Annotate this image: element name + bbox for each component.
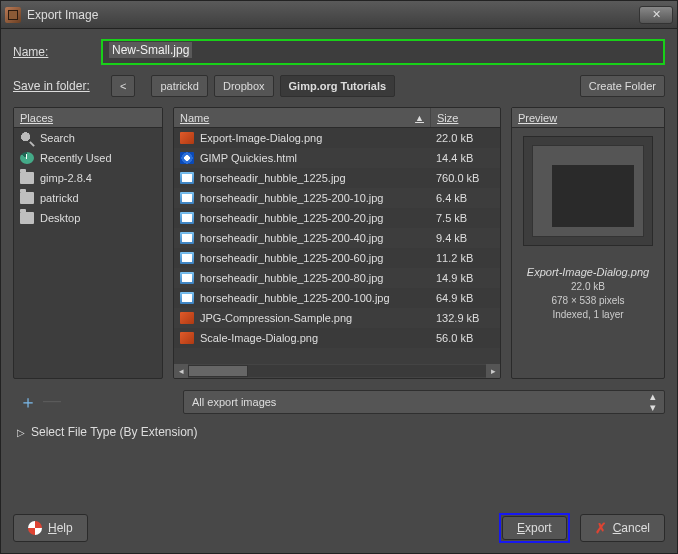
file-size: 14.4 kB bbox=[430, 152, 500, 164]
places-header: Places bbox=[14, 108, 162, 128]
places-item[interactable]: Search bbox=[14, 128, 162, 148]
file-row[interactable]: horseheadir_hubble_1225-200-100.jpg64.9 … bbox=[174, 288, 500, 308]
png-file-icon bbox=[180, 332, 194, 344]
remove-bookmark-icon: — bbox=[43, 390, 61, 414]
places-item-label: patrickd bbox=[40, 192, 79, 204]
file-row[interactable]: horseheadir_hubble_1225-200-20.jpg7.5 kB bbox=[174, 208, 500, 228]
file-size: 64.9 kB bbox=[430, 292, 500, 304]
column-header-name[interactable]: Name▲ bbox=[174, 108, 430, 127]
recent-icon bbox=[20, 152, 34, 164]
preview-thumbnail bbox=[523, 136, 653, 246]
filename-input[interactable]: New-Small.jpg bbox=[101, 39, 665, 65]
column-header-size[interactable]: Size bbox=[430, 108, 500, 127]
file-name: Scale-Image-Dialog.png bbox=[200, 332, 318, 344]
jpg-file-icon bbox=[180, 212, 194, 224]
file-size: 6.4 kB bbox=[430, 192, 500, 204]
breadcrumb-dropbox[interactable]: Dropbox bbox=[214, 75, 274, 97]
places-item-label: Desktop bbox=[40, 212, 80, 224]
file-name: JPG-Compression-Sample.png bbox=[200, 312, 352, 324]
file-name: horseheadir_hubble_1225-200-100.jpg bbox=[200, 292, 390, 304]
file-row[interactable]: Scale-Image-Dialog.png56.0 kB bbox=[174, 328, 500, 348]
create-folder-button[interactable]: Create Folder bbox=[580, 75, 665, 97]
scroll-right-icon[interactable]: ▸ bbox=[486, 364, 500, 378]
file-row[interactable]: horseheadir_hubble_1225-200-80.jpg14.9 k… bbox=[174, 268, 500, 288]
file-row[interactable]: horseheadir_hubble_1225-200-10.jpg6.4 kB bbox=[174, 188, 500, 208]
places-item-label: Recently Used bbox=[40, 152, 112, 164]
file-list-panel: Name▲ Size Export-Image-Dialog.png22.0 k… bbox=[173, 107, 501, 379]
name-label: Name: bbox=[13, 45, 91, 59]
file-size: 760.0 kB bbox=[430, 172, 500, 184]
file-size: 11.2 kB bbox=[430, 252, 500, 264]
scroll-left-icon[interactable]: ◂ bbox=[174, 364, 188, 378]
file-row[interactable]: horseheadir_hubble_1225.jpg760.0 kB bbox=[174, 168, 500, 188]
file-name: horseheadir_hubble_1225-200-60.jpg bbox=[200, 252, 383, 264]
file-name: Export-Image-Dialog.png bbox=[200, 132, 322, 144]
file-row[interactable]: GIMP Quickies.html14.4 kB bbox=[174, 148, 500, 168]
file-size: 9.4 kB bbox=[430, 232, 500, 244]
preview-panel: Preview Export-Image-Dialog.png 22.0 kB … bbox=[511, 107, 665, 379]
titlebar[interactable]: Export Image ✕ bbox=[1, 1, 677, 29]
help-icon bbox=[28, 521, 42, 535]
cancel-button[interactable]: ✗ Cancel bbox=[580, 514, 665, 542]
chevron-updown-icon: ▴▾ bbox=[650, 391, 656, 413]
search-icon bbox=[20, 132, 34, 144]
file-row[interactable]: horseheadir_hubble_1225-200-60.jpg11.2 k… bbox=[174, 248, 500, 268]
filename-value: New-Small.jpg bbox=[109, 42, 192, 58]
preview-filename: Export-Image-Dialog.png bbox=[527, 266, 649, 278]
places-item-label: Search bbox=[40, 132, 75, 144]
select-file-type-expander[interactable]: ▷ Select File Type (By Extension) bbox=[13, 425, 665, 439]
jpg-file-icon bbox=[180, 172, 194, 184]
folder-icon bbox=[20, 172, 34, 184]
file-name: horseheadir_hubble_1225-200-40.jpg bbox=[200, 232, 383, 244]
file-filter-select[interactable]: All export images ▴▾ bbox=[183, 390, 665, 414]
file-name: horseheadir_hubble_1225-200-20.jpg bbox=[200, 212, 383, 224]
file-name: horseheadir_hubble_1225-200-80.jpg bbox=[200, 272, 383, 284]
save-in-folder-label: Save in folder: bbox=[13, 79, 105, 93]
horizontal-scrollbar[interactable]: ◂ ▸ bbox=[174, 364, 500, 378]
gimp-icon bbox=[5, 7, 21, 23]
png-file-icon bbox=[180, 132, 194, 144]
file-size: 7.5 kB bbox=[430, 212, 500, 224]
expander-icon: ▷ bbox=[17, 427, 25, 438]
file-name: GIMP Quickies.html bbox=[200, 152, 297, 164]
places-item-label: gimp-2.8.4 bbox=[40, 172, 92, 184]
folder-icon bbox=[20, 192, 34, 204]
jpg-file-icon bbox=[180, 252, 194, 264]
places-item[interactable]: Recently Used bbox=[14, 148, 162, 168]
cancel-icon: ✗ bbox=[595, 520, 607, 536]
file-size: 132.9 kB bbox=[430, 312, 500, 324]
preview-size: 22.0 kB bbox=[551, 280, 624, 294]
file-row[interactable]: Export-Image-Dialog.png22.0 kB bbox=[174, 128, 500, 148]
folder-icon bbox=[20, 212, 34, 224]
file-row[interactable]: JPG-Compression-Sample.png132.9 kB bbox=[174, 308, 500, 328]
export-image-dialog: Export Image ✕ Name: New-Small.jpg Save … bbox=[0, 0, 678, 554]
preview-header: Preview bbox=[512, 108, 664, 128]
preview-dims: 678 × 538 pixels bbox=[551, 294, 624, 308]
places-item[interactable]: Desktop bbox=[14, 208, 162, 228]
scrollbar-thumb[interactable] bbox=[188, 365, 248, 377]
file-size: 14.9 kB bbox=[430, 272, 500, 284]
jpg-file-icon bbox=[180, 232, 194, 244]
export-button[interactable]: Export bbox=[502, 516, 567, 540]
file-size: 56.0 kB bbox=[430, 332, 500, 344]
places-item[interactable]: patrickd bbox=[14, 188, 162, 208]
places-panel: Places SearchRecently Usedgimp-2.8.4patr… bbox=[13, 107, 163, 379]
png-file-icon bbox=[180, 312, 194, 324]
file-size: 22.0 kB bbox=[430, 132, 500, 144]
breadcrumb-patrickd[interactable]: patrickd bbox=[151, 75, 208, 97]
file-name: horseheadir_hubble_1225.jpg bbox=[200, 172, 346, 184]
breadcrumb-back[interactable]: < bbox=[111, 75, 135, 97]
help-button[interactable]: Help bbox=[13, 514, 88, 542]
jpg-file-icon bbox=[180, 292, 194, 304]
places-item[interactable]: gimp-2.8.4 bbox=[14, 168, 162, 188]
jpg-file-icon bbox=[180, 192, 194, 204]
sort-asc-icon: ▲ bbox=[415, 113, 424, 123]
window-title: Export Image bbox=[27, 8, 98, 22]
add-bookmark-icon[interactable]: ＋ bbox=[19, 390, 37, 414]
html-file-icon bbox=[180, 152, 194, 164]
close-button[interactable]: ✕ bbox=[639, 6, 673, 24]
file-row[interactable]: horseheadir_hubble_1225-200-40.jpg9.4 kB bbox=[174, 228, 500, 248]
breadcrumb-gimp-tutorials[interactable]: Gimp.org Tutorials bbox=[280, 75, 396, 97]
jpg-file-icon bbox=[180, 272, 194, 284]
preview-mode: Indexed, 1 layer bbox=[551, 308, 624, 322]
